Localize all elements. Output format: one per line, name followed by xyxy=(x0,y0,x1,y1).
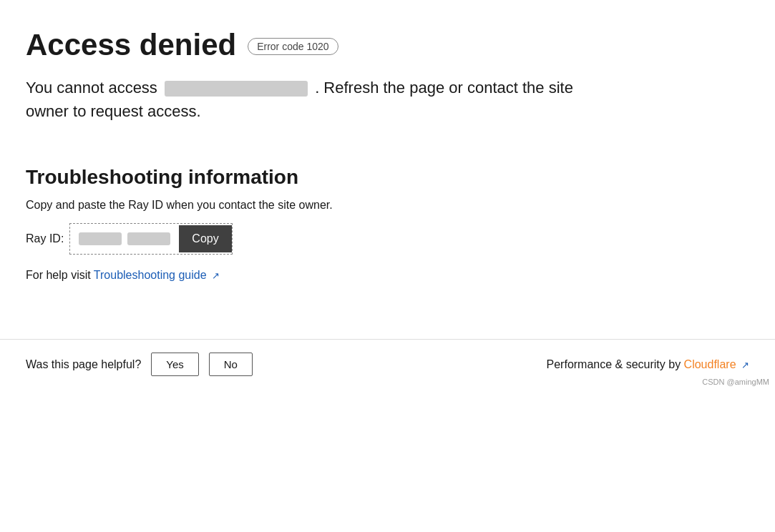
ray-id-label: Ray ID: xyxy=(26,232,64,245)
page-title: Access denied xyxy=(26,29,236,61)
troubleshooting-guide-link[interactable]: Troubleshooting guide xyxy=(94,269,207,281)
ray-id-value xyxy=(70,227,179,251)
helpful-section: Was this page helpful? Yes No xyxy=(26,353,253,376)
cloudflare-external-icon: ↗ xyxy=(741,360,749,370)
troubleshooting-instruction: Copy and paste the Ray ID when you conta… xyxy=(26,199,618,212)
title-row: Access denied Error code 1020 xyxy=(26,29,618,61)
helpful-question: Was this page helpful? xyxy=(26,358,141,371)
ray-id-row: Ray ID: Copy xyxy=(26,223,618,255)
redacted-ray-part-2 xyxy=(127,232,170,245)
redacted-ray-part-1 xyxy=(79,232,122,245)
performance-text: Performance & security by xyxy=(547,358,681,370)
cloudflare-section: Performance & security by Cloudflare ↗ xyxy=(547,358,749,371)
troubleshooting-section: Troubleshooting information Copy and pas… xyxy=(26,166,618,282)
access-denied-description: You cannot access . Refresh the page or … xyxy=(26,76,618,123)
cloudflare-link[interactable]: Cloudflare xyxy=(684,358,736,370)
troubleshooting-title: Troubleshooting information xyxy=(26,166,618,189)
help-text: For help visit Troubleshooting guide ↗ xyxy=(26,269,618,282)
copy-button[interactable]: Copy xyxy=(179,225,231,252)
help-text-before: For help visit xyxy=(26,269,91,281)
description-before: You cannot access xyxy=(26,79,157,97)
footer: Was this page helpful? Yes No Performanc… xyxy=(0,340,775,389)
ray-id-box: Copy xyxy=(69,223,232,255)
no-button[interactable]: No xyxy=(209,353,253,376)
watermark: CSDN @amingMM xyxy=(702,378,769,386)
external-link-icon: ↗ xyxy=(212,270,220,281)
redacted-url xyxy=(165,81,308,97)
yes-button[interactable]: Yes xyxy=(151,353,198,376)
error-badge: Error code 1020 xyxy=(248,38,338,55)
